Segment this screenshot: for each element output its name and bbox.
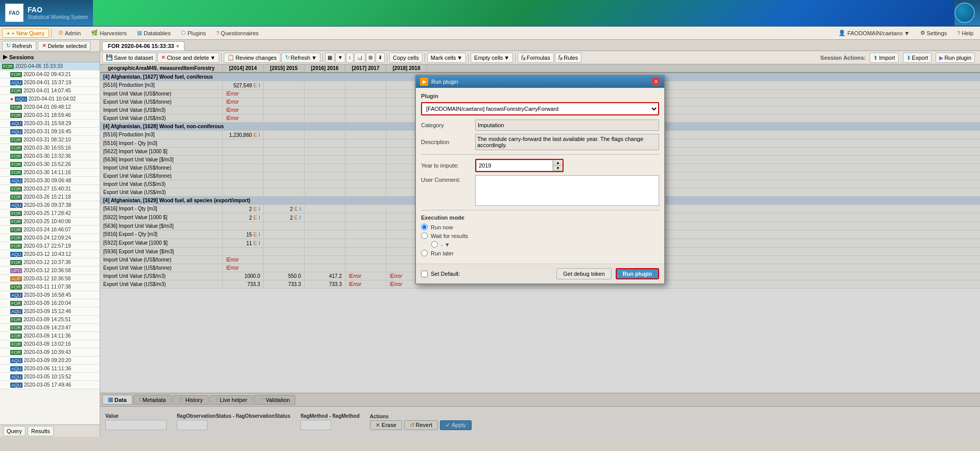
session-panel: ↻ Refresh ✕ Delete selected ▶ Sessions F… xyxy=(0,40,100,437)
session-item[interactable]: AUP 2020-03-12 10:36:58 xyxy=(0,275,100,283)
review-changes-button[interactable]: 📋 Review changes xyxy=(224,53,281,63)
rules-button[interactable]: fx Rules xyxy=(555,53,582,63)
session-item[interactable]: FOR 2020-04-06 15:33:33 xyxy=(0,62,100,70)
session-item[interactable]: FOR 2020-03-25 17:28:42 xyxy=(0,209,100,218)
run-plugin-button[interactable]: Run plugin xyxy=(616,268,659,279)
session-item[interactable]: FOR 2020-04-02 09:43:21 xyxy=(0,70,100,79)
session-item[interactable]: FOR 2020-03-31 08:32:10 xyxy=(0,136,100,144)
toolbar-sep-3 xyxy=(387,53,387,62)
mark-cells-button[interactable]: Mark cells ▼ xyxy=(427,53,466,63)
session-item[interactable]: AQU 2020-03-09 09:20:20 xyxy=(0,357,100,365)
session-item[interactable]: FOR 2020-03-30 16:55:16 xyxy=(0,144,100,152)
session-item[interactable]: FOR 2020-03-09 10:39:43 xyxy=(0,348,100,357)
close-delete-button[interactable]: ✕ Close and delete ▼ xyxy=(157,53,219,63)
sort-icon[interactable]: ↕ xyxy=(346,53,354,63)
session-item[interactable]: UPD 2020-03-12 10:36:58 xyxy=(0,267,100,275)
session-item[interactable]: AQU 2020-03-05 17:49:46 xyxy=(0,381,100,389)
session-item[interactable]: FOR 2020-03-30 14:11:16 xyxy=(0,169,100,177)
save-to-dataset-button[interactable]: 💾 Save to dataset xyxy=(102,53,156,63)
session-item[interactable]: FOR 2020-03-11 11:07:38 xyxy=(0,283,100,291)
refresh-button[interactable]: ↻ Refresh xyxy=(2,41,36,51)
session-item[interactable]: FOR 2020-03-30 15:52:26 xyxy=(0,160,100,169)
session-item[interactable]: AQU 2020-03-26 09:37:38 xyxy=(0,201,100,209)
menu-help[interactable]: ? Help xyxy=(952,29,978,38)
grid-icon[interactable]: ▦ xyxy=(325,53,335,63)
run-now-radio[interactable] xyxy=(421,224,428,230)
schedule-radio[interactable] xyxy=(431,241,438,248)
year-spinner: ▲ ▼ xyxy=(553,160,563,171)
dialog-footer: Set Default: Get debug token Run plugin xyxy=(416,264,664,283)
wait-results-radio[interactable] xyxy=(421,232,428,239)
session-item[interactable]: FOR 2020-03-09 14:25:51 xyxy=(0,316,100,324)
delete-selected-button[interactable]: ✕ Delete selected xyxy=(38,41,91,51)
user-comment-textarea[interactable] xyxy=(475,175,659,206)
chart-icon[interactable]: 📊 xyxy=(354,53,365,63)
download-icon[interactable]: ⬇ xyxy=(376,53,385,63)
empty-cells-button[interactable]: Empty cells ▼ xyxy=(471,53,513,63)
dialog-title-icon: ▶ xyxy=(420,78,428,86)
session-item[interactable]: FOR 2020-04-01 14:07:45 xyxy=(0,87,100,95)
session-list[interactable]: FOR 2020-04-06 15:33:33 FOR 2020-04-02 0… xyxy=(0,62,100,424)
session-item[interactable]: AQU 2020-03-31 09:16:45 xyxy=(0,128,100,136)
dialog-close-button[interactable]: × xyxy=(652,78,660,86)
run-later-radio[interactable] xyxy=(421,250,428,256)
session-item[interactable]: FOR 2020-03-09 13:02:16 xyxy=(0,340,100,348)
plugin-label: Plugin xyxy=(421,93,659,99)
query-tab[interactable]: Query xyxy=(3,426,26,436)
year-spin-down[interactable]: ▼ xyxy=(553,165,563,171)
menu-harvesters[interactable]: 🌿 Harvesters xyxy=(86,28,131,38)
session-item[interactable]: AQU 2020-03-12 10:43:12 xyxy=(0,250,100,258)
run-plugin-toolbar-button[interactable]: ▶ Run plugin xyxy=(936,53,975,63)
copy-cells-button[interactable]: Copy cells xyxy=(389,53,423,63)
menu-admin[interactable]: ⚙ Admin xyxy=(54,28,85,38)
session-item[interactable]: FOR 2020-03-12 10:37:36 xyxy=(0,258,100,267)
session-item[interactable]: FOR 2020-03-31 18:59:46 xyxy=(0,111,100,120)
dialog-overlay: ▶ Run plugin × Plugin [FAODOMAIN/ xyxy=(100,64,980,437)
session-item[interactable]: FOR 2020-03-09 16:20:04 xyxy=(0,299,100,307)
formulas-button[interactable]: fx Formulas xyxy=(518,53,553,63)
session-item[interactable]: AQU 2020-03-09 15:12:46 xyxy=(0,307,100,316)
header-right xyxy=(954,3,975,23)
session-item[interactable]: AQU 2020-03-06 11:11:36 xyxy=(0,365,100,373)
expand-icon: ▶ xyxy=(3,54,7,60)
menu-plugins[interactable]: ⬡ Plugins xyxy=(176,28,211,38)
session-item[interactable]: FOR 2020-03-24 12:09:24 xyxy=(0,234,100,242)
session-item[interactable]: AQU 2020-04-01 15:37:19 xyxy=(0,79,100,87)
get-debug-token-button[interactable]: Get debug token xyxy=(556,268,611,279)
session-item[interactable]: FOR 2020-03-30 13:32:36 xyxy=(0,152,100,160)
second-toolbar: 💾 Save to dataset ✕ Close and delete ▼ 📋… xyxy=(100,51,980,64)
session-item[interactable]: AQU 2020-03-31 15:58:29 xyxy=(0,120,100,128)
import-button[interactable]: ⬆ Import xyxy=(870,53,898,63)
session-item[interactable]: FOR 2020-03-27 15:40:31 xyxy=(0,185,100,193)
second-refresh-button[interactable]: ↻ Refresh ▼ xyxy=(282,53,320,63)
session-item[interactable]: AQU 2020-03-05 10:15:52 xyxy=(0,373,100,381)
menu-questionnaires[interactable]: ? Questionnaires xyxy=(212,29,263,38)
session-item[interactable]: FOR 2020-03-24 16:46:07 xyxy=(0,226,100,234)
plugin-select[interactable]: [FAODOMAIN/caetano] faoswsForestryCarryF… xyxy=(422,103,658,114)
session-item[interactable]: FOR 2020-03-09 14:11:36 xyxy=(0,332,100,340)
menu-settings[interactable]: ⚙ Settings xyxy=(916,28,952,38)
session-item[interactable]: AQU 2020-03-09 16:58:45 xyxy=(0,291,100,299)
session-item[interactable]: FOR 2020-03-25 10:40:06 xyxy=(0,218,100,226)
session-item[interactable]: FOR 2020-03-17 22:57:19 xyxy=(0,242,100,250)
results-tab[interactable]: Results xyxy=(28,426,54,436)
session-item[interactable]: ● AQU 2020-04-01 10:04:02 xyxy=(0,95,100,103)
year-spin-up[interactable]: ▲ xyxy=(553,160,563,165)
session-item[interactable]: AQU 2020-03-30 09:06:48 xyxy=(0,177,100,185)
filter-icon[interactable]: ▼ xyxy=(335,53,345,63)
table-icon[interactable]: ⊞ xyxy=(366,53,375,63)
session-item[interactable]: FOR 2020-03-09 14:23:47 xyxy=(0,324,100,332)
set-default-checkbox[interactable] xyxy=(421,271,428,277)
active-tab[interactable]: FOR 2020-04-06 15:33:33 × xyxy=(102,41,184,51)
year-input[interactable] xyxy=(476,160,553,171)
tab-close-icon[interactable]: × xyxy=(176,43,179,49)
menu-new-query[interactable]: + + New Query xyxy=(2,29,49,38)
menu-user[interactable]: 👤 FAODOMAIN/caetano ▼ xyxy=(834,28,914,38)
session-actions-bar: Session Actions: ⬆ Import ⬇ Export ▶ Run… xyxy=(821,51,980,64)
session-item[interactable]: FOR 2020-03-26 15:21:18 xyxy=(0,193,100,201)
session-item[interactable]: FOR 2020-04-01 09:48:12 xyxy=(0,103,100,111)
export-button[interactable]: ⬇ Export xyxy=(903,53,932,63)
footer-left: Set Default: xyxy=(421,271,460,277)
menu-datatables[interactable]: ▦ Datatables xyxy=(132,28,175,38)
footer-right: Get debug token Run plugin xyxy=(556,268,659,279)
